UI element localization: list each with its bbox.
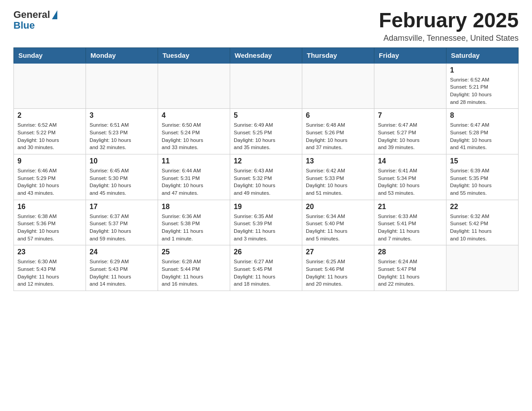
day-number: 25 (162, 248, 226, 256)
day-info: Sunrise: 6:24 AM Sunset: 5:47 PM Dayligh… (378, 258, 442, 288)
calendar-cell: 15Sunrise: 6:39 AM Sunset: 5:35 PM Dayli… (446, 154, 519, 200)
day-number: 9 (17, 157, 82, 165)
day-number: 26 (234, 248, 298, 256)
day-number: 10 (90, 157, 154, 165)
calendar-cell: 22Sunrise: 6:32 AM Sunset: 5:42 PM Dayli… (446, 200, 519, 245)
weekday-header-wednesday: Wednesday (230, 47, 302, 63)
day-info: Sunrise: 6:28 AM Sunset: 5:44 PM Dayligh… (162, 258, 226, 288)
day-info: Sunrise: 6:43 AM Sunset: 5:32 PM Dayligh… (234, 167, 298, 197)
calendar-table: SundayMondayTuesdayWednesdayThursdayFrid… (13, 47, 519, 291)
day-number: 19 (234, 203, 298, 211)
day-info: Sunrise: 6:38 AM Sunset: 5:36 PM Dayligh… (17, 213, 82, 243)
weekday-header-row: SundayMondayTuesdayWednesdayThursdayFrid… (14, 47, 519, 63)
day-info: Sunrise: 6:48 AM Sunset: 5:26 PM Dayligh… (306, 121, 370, 151)
calendar-header: SundayMondayTuesdayWednesdayThursdayFrid… (14, 47, 519, 63)
page-header: General Blue February 2025 Adamsville, T… (13, 9, 519, 43)
calendar-body: 1Sunrise: 6:52 AM Sunset: 5:21 PM Daylig… (14, 63, 519, 291)
weekday-header-saturday: Saturday (446, 47, 519, 63)
day-info: Sunrise: 6:36 AM Sunset: 5:38 PM Dayligh… (162, 213, 226, 243)
day-number: 23 (17, 248, 82, 256)
day-number: 21 (378, 203, 442, 211)
day-number: 14 (378, 157, 442, 165)
calendar-cell: 23Sunrise: 6:30 AM Sunset: 5:43 PM Dayli… (14, 245, 86, 291)
day-number: 8 (450, 111, 515, 120)
day-number: 15 (450, 157, 515, 165)
day-info: Sunrise: 6:49 AM Sunset: 5:25 PM Dayligh… (234, 121, 298, 151)
weekday-header-sunday: Sunday (14, 47, 86, 63)
day-info: Sunrise: 6:46 AM Sunset: 5:29 PM Dayligh… (17, 167, 82, 197)
calendar-cell: 10Sunrise: 6:45 AM Sunset: 5:30 PM Dayli… (86, 154, 158, 200)
day-number: 22 (450, 203, 515, 211)
day-number: 16 (17, 203, 82, 211)
calendar-week-row: 9Sunrise: 6:46 AM Sunset: 5:29 PM Daylig… (14, 154, 519, 200)
calendar-cell: 4Sunrise: 6:50 AM Sunset: 5:24 PM Daylig… (158, 109, 230, 154)
calendar-cell (14, 63, 86, 109)
calendar-cell: 12Sunrise: 6:43 AM Sunset: 5:32 PM Dayli… (230, 154, 302, 200)
day-info: Sunrise: 6:52 AM Sunset: 5:22 PM Dayligh… (17, 121, 82, 151)
calendar-cell: 5Sunrise: 6:49 AM Sunset: 5:25 PM Daylig… (230, 109, 302, 154)
calendar-cell (158, 63, 230, 109)
logo: General Blue (13, 9, 57, 31)
calendar-cell (230, 63, 302, 109)
calendar-cell: 17Sunrise: 6:37 AM Sunset: 5:37 PM Dayli… (86, 200, 158, 245)
day-info: Sunrise: 6:51 AM Sunset: 5:23 PM Dayligh… (90, 121, 154, 151)
day-number: 28 (378, 248, 442, 256)
calendar-week-row: 1Sunrise: 6:52 AM Sunset: 5:21 PM Daylig… (14, 63, 519, 109)
calendar-cell: 24Sunrise: 6:29 AM Sunset: 5:43 PM Dayli… (86, 245, 158, 291)
calendar-cell: 18Sunrise: 6:36 AM Sunset: 5:38 PM Dayli… (158, 200, 230, 245)
day-number: 24 (90, 248, 154, 256)
calendar-cell: 14Sunrise: 6:41 AM Sunset: 5:34 PM Dayli… (374, 154, 446, 200)
day-number: 1 (450, 66, 515, 74)
day-info: Sunrise: 6:44 AM Sunset: 5:31 PM Dayligh… (162, 167, 226, 197)
month-year-title: February 2025 (379, 9, 519, 32)
calendar-cell: 8Sunrise: 6:47 AM Sunset: 5:28 PM Daylig… (446, 109, 519, 154)
day-info: Sunrise: 6:25 AM Sunset: 5:46 PM Dayligh… (306, 258, 370, 288)
day-number: 4 (162, 111, 226, 120)
weekday-header-friday: Friday (374, 47, 446, 63)
logo-blue-text: Blue (13, 20, 35, 31)
location-subtitle: Adamsville, Tennessee, United States (379, 34, 519, 43)
day-info: Sunrise: 6:30 AM Sunset: 5:43 PM Dayligh… (17, 258, 82, 288)
calendar-cell: 19Sunrise: 6:35 AM Sunset: 5:39 PM Dayli… (230, 200, 302, 245)
day-info: Sunrise: 6:34 AM Sunset: 5:40 PM Dayligh… (306, 213, 370, 243)
day-number: 12 (234, 157, 298, 165)
calendar-cell: 7Sunrise: 6:47 AM Sunset: 5:27 PM Daylig… (374, 109, 446, 154)
title-area: February 2025 Adamsville, Tennessee, Uni… (379, 9, 519, 43)
day-info: Sunrise: 6:29 AM Sunset: 5:43 PM Dayligh… (90, 258, 154, 288)
logo-triangle-icon (52, 10, 57, 19)
day-info: Sunrise: 6:41 AM Sunset: 5:34 PM Dayligh… (378, 167, 442, 197)
day-number: 18 (162, 203, 226, 211)
day-number: 13 (306, 157, 370, 165)
calendar-cell: 11Sunrise: 6:44 AM Sunset: 5:31 PM Dayli… (158, 154, 230, 200)
calendar-cell: 25Sunrise: 6:28 AM Sunset: 5:44 PM Dayli… (158, 245, 230, 291)
calendar-cell: 3Sunrise: 6:51 AM Sunset: 5:23 PM Daylig… (86, 109, 158, 154)
calendar-cell: 13Sunrise: 6:42 AM Sunset: 5:33 PM Dayli… (302, 154, 374, 200)
day-info: Sunrise: 6:47 AM Sunset: 5:28 PM Dayligh… (450, 121, 515, 151)
weekday-header-thursday: Thursday (302, 47, 374, 63)
calendar-cell: 20Sunrise: 6:34 AM Sunset: 5:40 PM Dayli… (302, 200, 374, 245)
calendar-cell: 26Sunrise: 6:27 AM Sunset: 5:45 PM Dayli… (230, 245, 302, 291)
day-number: 11 (162, 157, 226, 165)
day-info: Sunrise: 6:52 AM Sunset: 5:21 PM Dayligh… (450, 76, 515, 106)
calendar-cell: 2Sunrise: 6:52 AM Sunset: 5:22 PM Daylig… (14, 109, 86, 154)
calendar-cell: 16Sunrise: 6:38 AM Sunset: 5:36 PM Dayli… (14, 200, 86, 245)
day-number: 3 (90, 111, 154, 120)
day-info: Sunrise: 6:39 AM Sunset: 5:35 PM Dayligh… (450, 167, 515, 197)
calendar-cell: 1Sunrise: 6:52 AM Sunset: 5:21 PM Daylig… (446, 63, 519, 109)
calendar-cell: 27Sunrise: 6:25 AM Sunset: 5:46 PM Dayli… (302, 245, 374, 291)
day-number: 27 (306, 248, 370, 256)
day-number: 5 (234, 111, 298, 120)
calendar-cell (374, 63, 446, 109)
day-info: Sunrise: 6:27 AM Sunset: 5:45 PM Dayligh… (234, 258, 298, 288)
day-info: Sunrise: 6:42 AM Sunset: 5:33 PM Dayligh… (306, 167, 370, 197)
day-number: 20 (306, 203, 370, 211)
day-number: 7 (378, 111, 442, 120)
day-info: Sunrise: 6:50 AM Sunset: 5:24 PM Dayligh… (162, 121, 226, 151)
calendar-cell: 6Sunrise: 6:48 AM Sunset: 5:26 PM Daylig… (302, 109, 374, 154)
calendar-cell: 21Sunrise: 6:33 AM Sunset: 5:41 PM Dayli… (374, 200, 446, 245)
calendar-week-row: 23Sunrise: 6:30 AM Sunset: 5:43 PM Dayli… (14, 245, 519, 291)
calendar-cell: 9Sunrise: 6:46 AM Sunset: 5:29 PM Daylig… (14, 154, 86, 200)
day-number: 17 (90, 203, 154, 211)
day-info: Sunrise: 6:47 AM Sunset: 5:27 PM Dayligh… (378, 121, 442, 151)
day-info: Sunrise: 6:32 AM Sunset: 5:42 PM Dayligh… (450, 213, 515, 243)
